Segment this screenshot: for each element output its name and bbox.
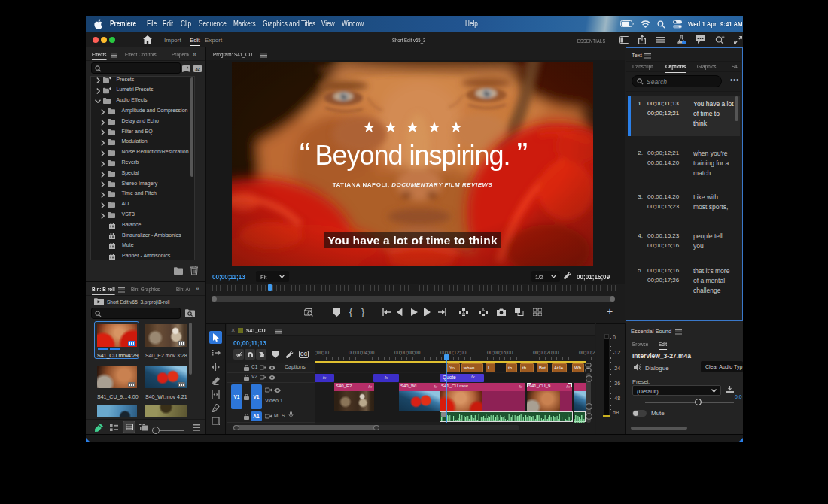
svg-text:32: 32 (195, 66, 200, 71)
